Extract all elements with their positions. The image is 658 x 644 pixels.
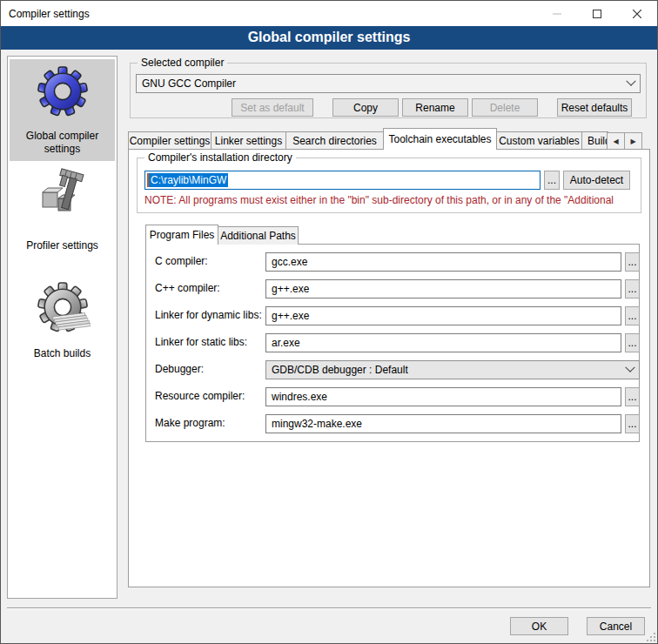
tab-custom-variables[interactable]: Custom variables bbox=[496, 131, 582, 150]
set-as-default-button[interactable]: Set as default bbox=[232, 98, 313, 117]
tab-scroll-left-button[interactable]: ◀ bbox=[607, 132, 625, 150]
make-program-input[interactable]: mingw32-make.exe bbox=[265, 414, 621, 433]
make-program-browse-button[interactable]: ... bbox=[625, 414, 640, 433]
close-icon bbox=[633, 10, 641, 18]
static-linker-input[interactable]: ar.exe bbox=[265, 333, 621, 352]
installation-directory-group: Compiler's installation directory C:\ray… bbox=[137, 158, 641, 213]
dynamic-linker-browse-button[interactable]: ... bbox=[625, 306, 640, 325]
sidebar-item-profiler-settings[interactable] bbox=[35, 168, 91, 224]
chevron-down-icon bbox=[625, 363, 634, 372]
installation-dir-browse-button[interactable]: ... bbox=[544, 171, 560, 190]
installation-dir-input[interactable]: C:\raylib\MinGW bbox=[144, 171, 540, 190]
arrow-right-icon: ▶ bbox=[630, 138, 635, 145]
maximize-button[interactable] bbox=[577, 1, 617, 26]
c-compiler-label: C compiler: bbox=[155, 255, 208, 267]
batch-builds-gear-icon bbox=[35, 279, 91, 335]
dynamic-linker-row: Linker for dynamic libs: g++.exe ... bbox=[146, 306, 639, 325]
tab-scroll-right-button[interactable]: ▶ bbox=[624, 132, 642, 150]
sidebar-label-profiler-settings[interactable]: Profiler settings bbox=[10, 239, 115, 252]
sidebar-label-batch-builds[interactable]: Batch builds bbox=[10, 347, 115, 360]
make-program-label: Make program: bbox=[155, 417, 225, 429]
dialog-header: Global compiler settings bbox=[1, 26, 657, 50]
make-program-row: Make program: mingw32-make.exe ... bbox=[146, 414, 639, 433]
delete-button[interactable]: Delete bbox=[472, 98, 538, 117]
c-compiler-row: C compiler: gcc.exe ... bbox=[146, 252, 639, 272]
dynamic-linker-label: Linker for dynamic libs: bbox=[155, 309, 262, 321]
static-linker-label: Linker for static libs: bbox=[155, 336, 247, 348]
tab-toolchain-executables[interactable]: Toolchain executables bbox=[383, 128, 497, 150]
debugger-label: Debugger: bbox=[155, 363, 204, 375]
static-linker-row: Linker for static libs: ar.exe ... bbox=[146, 333, 639, 352]
c-compiler-browse-button[interactable]: ... bbox=[625, 252, 640, 272]
tab-build-truncated[interactable]: Build bbox=[581, 131, 608, 150]
dynamic-linker-input[interactable]: g++.exe bbox=[265, 306, 621, 325]
copy-button[interactable]: Copy bbox=[332, 98, 399, 117]
installation-directory-group-label: Compiler's installation directory bbox=[144, 151, 296, 164]
cpp-compiler-browse-button[interactable]: ... bbox=[625, 279, 640, 299]
reset-defaults-button[interactable]: Reset defaults bbox=[557, 98, 632, 117]
arrow-left-icon: ◀ bbox=[613, 138, 618, 145]
footer-divider bbox=[7, 607, 651, 609]
debugger-select-value: GDB/CDB debugger : Default bbox=[272, 364, 408, 376]
tab-additional-paths[interactable]: Additional Paths bbox=[218, 226, 299, 245]
sidebar-item-batch-builds[interactable] bbox=[35, 279, 91, 335]
selected-compiler-group: Selected compiler GNU GCC Compiler Set a… bbox=[130, 63, 647, 118]
auto-detect-button[interactable]: Auto-detect bbox=[563, 171, 630, 190]
static-linker-browse-button[interactable]: ... bbox=[625, 333, 640, 352]
titlebar: Compiler settings bbox=[1, 1, 657, 26]
window-title: Compiler settings bbox=[1, 8, 90, 20]
selected-compiler-group-label: Selected compiler bbox=[138, 57, 227, 69]
resource-compiler-input[interactable]: windres.exe bbox=[265, 387, 621, 406]
maximize-icon bbox=[593, 10, 601, 18]
minimize-button[interactable] bbox=[537, 1, 577, 26]
tab-search-directories[interactable]: Search directories bbox=[285, 131, 384, 150]
note-text: NOTE: All programs must exist either in … bbox=[144, 194, 639, 206]
resource-compiler-browse-button[interactable]: ... bbox=[625, 387, 640, 406]
resize-grip[interactable] bbox=[647, 633, 655, 641]
compiler-select[interactable]: GNU GCC Compiler bbox=[136, 74, 641, 93]
program-files-page: C compiler: gcc.exe ... C++ compiler: g+… bbox=[145, 244, 640, 442]
profiler-caliper-icon bbox=[35, 168, 91, 224]
compiler-select-value: GNU GCC Compiler bbox=[142, 77, 236, 90]
program-files-tabstrip: Program Files Additional Paths bbox=[145, 225, 298, 245]
ok-button[interactable]: OK bbox=[510, 617, 568, 635]
chevron-down-icon bbox=[626, 77, 635, 86]
caption-buttons bbox=[537, 1, 657, 26]
installation-dir-value: C:\raylib\MinGW bbox=[149, 173, 228, 187]
cpp-compiler-row: C++ compiler: g++.exe ... bbox=[146, 279, 639, 299]
resource-compiler-row: Resource compiler: windres.exe ... bbox=[146, 387, 639, 406]
blue-gear-icon bbox=[35, 64, 91, 119]
resource-compiler-label: Resource compiler: bbox=[155, 390, 245, 402]
cpp-compiler-input[interactable]: g++.exe bbox=[265, 279, 621, 299]
cancel-button[interactable]: Cancel bbox=[587, 617, 645, 635]
c-compiler-input[interactable]: gcc.exe bbox=[265, 252, 621, 272]
rename-button[interactable]: Rename bbox=[402, 98, 468, 117]
sidebar-label-global-compiler-settings[interactable]: Global compiler settings bbox=[10, 130, 115, 156]
tab-program-files[interactable]: Program Files bbox=[145, 225, 218, 245]
settings-tabstrip: Compiler settings Linker settings Search… bbox=[128, 131, 650, 150]
cpp-compiler-label: C++ compiler: bbox=[155, 282, 220, 294]
minimize-icon bbox=[553, 10, 561, 18]
debugger-select[interactable]: GDB/CDB debugger : Default bbox=[265, 360, 640, 379]
toolchain-executables-page: Compiler's installation directory C:\ray… bbox=[128, 149, 650, 587]
close-button[interactable] bbox=[617, 1, 657, 26]
debugger-row: Debugger: GDB/CDB debugger : Default bbox=[146, 360, 639, 379]
sidebar: Global compiler settings Profiler settin… bbox=[7, 56, 118, 599]
compiler-buttons-row: Set as default Copy Rename Delete Reset … bbox=[232, 98, 632, 117]
sidebar-item-global-compiler-settings[interactable] bbox=[35, 64, 91, 119]
tab-compiler-settings[interactable]: Compiler settings bbox=[128, 131, 212, 150]
tab-linker-settings[interactable]: Linker settings bbox=[211, 131, 286, 150]
